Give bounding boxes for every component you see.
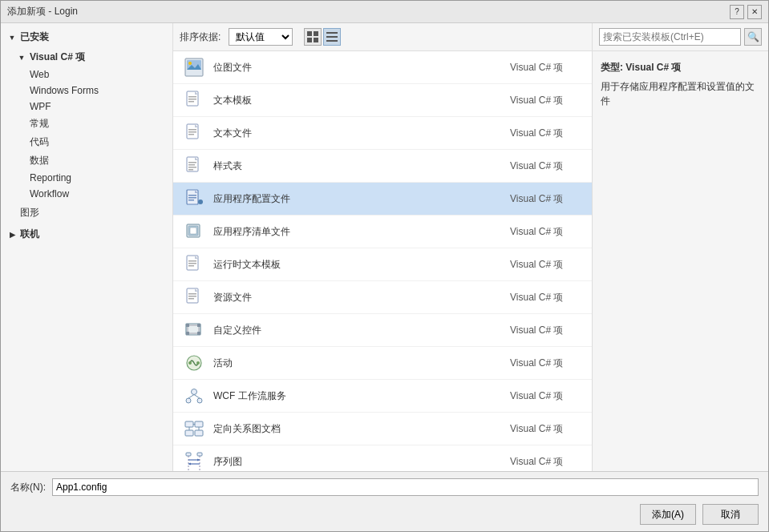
svg-rect-49	[197, 324, 200, 327]
file-icon-text-template	[183, 89, 205, 111]
file-item-app-config[interactable]: 应用程序配置文件 Visual C# 项	[173, 183, 592, 216]
sort-select[interactable]: 默认值 名称 类型 修改日期	[229, 28, 293, 46]
name-input[interactable]	[52, 478, 759, 496]
action-row: 添加(A) 取消	[10, 504, 759, 525]
file-type-entity-diagram: Visual C# 项	[510, 422, 582, 436]
file-icon-resource	[183, 286, 205, 308]
file-item-runtime-template[interactable]: 运行时文本模板 Visual C# 项	[173, 248, 592, 281]
visual-csharp-header[interactable]: ▼ Visual C# 项	[1, 48, 172, 66]
svg-rect-3	[314, 38, 318, 42]
file-item-stylesheet[interactable]: 样式表 Visual C# 项	[173, 150, 592, 183]
sidebar-item-wpf[interactable]: WPF	[1, 99, 172, 115]
svg-marker-72	[197, 459, 200, 461]
file-type-app-config: Visual C# 项	[510, 192, 582, 206]
installed-header[interactable]: ▼ 已安装	[1, 28, 172, 46]
file-type-wcf-service: Visual C# 项	[510, 389, 582, 403]
svg-rect-38	[188, 260, 196, 262]
svg-point-55	[192, 389, 197, 395]
file-item-sequence-diagram[interactable]: 序列图 Visual C# 项	[173, 445, 592, 471]
svg-rect-35	[190, 228, 196, 234]
file-item-entity-diagram[interactable]: 定向关系图文档 Visual C# 项	[173, 413, 592, 445]
svg-rect-43	[188, 293, 196, 295]
sidebar-item-data[interactable]: 数据	[1, 151, 172, 170]
svg-rect-45	[188, 298, 194, 300]
online-section: ▶ 联机	[1, 224, 172, 245]
svg-rect-62	[185, 430, 193, 436]
file-name-text-file: 文本文件	[213, 127, 510, 140]
online-label: 联机	[20, 228, 39, 241]
file-name-wcf-service: WCF 工作流服务	[213, 389, 510, 403]
file-item-app-manifest[interactable]: 应用程序清单文件 Visual C# 项	[173, 216, 592, 248]
file-item-text-template[interactable]: 文本模板 Visual C# 项	[173, 84, 592, 117]
svg-rect-20	[188, 134, 194, 135]
add-button[interactable]: 添加(A)	[640, 504, 696, 525]
sidebar-item-workflow[interactable]: Workflow	[1, 186, 172, 202]
name-label: 名称(N):	[10, 481, 46, 494]
svg-rect-13	[188, 96, 196, 98]
search-bar: 🔍	[593, 23, 768, 51]
svg-rect-18	[188, 129, 196, 131]
file-item-image[interactable]: 位图文件 Visual C# 项	[173, 51, 592, 84]
visual-csharp-section: ▼ Visual C# 项 Web Windows Forms WPF 常规 代…	[1, 46, 172, 204]
file-name-text-template: 文本模板	[213, 94, 510, 107]
svg-rect-19	[188, 131, 196, 133]
name-row: 名称(N):	[10, 478, 759, 496]
help-button[interactable]: ?	[730, 5, 744, 19]
toolbar: 排序依据: 默认值 名称 类型 修改日期	[173, 23, 592, 51]
svg-rect-31	[188, 200, 194, 201]
close-button[interactable]: ✕	[747, 5, 762, 19]
file-item-wcf-service[interactable]: WCF 工作流服务 Visual C# 项	[173, 380, 592, 413]
visual-csharp-label: Visual C# 项	[30, 50, 85, 64]
sidebar-item-graphics[interactable]: 图形	[1, 204, 172, 222]
file-name-app-config: 应用程序配置文件	[213, 192, 510, 206]
title-bar-buttons: ? ✕	[730, 5, 762, 19]
file-icon-image	[183, 56, 205, 79]
svg-rect-23	[188, 162, 196, 163]
search-input[interactable]	[599, 28, 741, 46]
grid-view-button[interactable]	[304, 28, 322, 46]
file-type-stylesheet: Visual C# 项	[510, 159, 582, 173]
file-icon-entity-diagram	[183, 417, 205, 440]
center-panel: 排序依据: 默认值 名称 类型 修改日期	[173, 23, 592, 471]
file-type-text-template: Visual C# 项	[510, 94, 582, 107]
title-bar: 添加新项 - Login ? ✕	[1, 1, 768, 23]
sidebar-item-web[interactable]: Web	[1, 66, 172, 83]
main-window: 添加新项 - Login ? ✕ ▼ 已安装 ▼ Visual C# 项 Web	[0, 0, 769, 532]
svg-rect-29	[188, 195, 196, 196]
svg-rect-5	[326, 36, 338, 38]
svg-rect-25	[188, 167, 196, 168]
file-name-runtime-template: 运行时文本模板	[213, 258, 510, 272]
file-item-text-file[interactable]: 文本文件 Visual C# 项	[173, 117, 592, 150]
svg-rect-1	[314, 31, 318, 36]
svg-rect-63	[195, 430, 203, 436]
svg-line-59	[194, 395, 200, 399]
file-name-app-manifest: 应用程序清单文件	[213, 225, 510, 239]
file-name-stylesheet: 样式表	[213, 159, 510, 173]
svg-rect-2	[307, 38, 312, 42]
sidebar-item-normal[interactable]: 常规	[1, 115, 172, 133]
file-item-custom-control[interactable]: 自定义控件 Visual C# 项	[173, 314, 592, 347]
sidebar: ▼ 已安装 ▼ Visual C# 项 Web Windows Forms WP…	[1, 23, 173, 471]
svg-rect-48	[186, 324, 189, 327]
svg-rect-60	[185, 421, 193, 427]
svg-rect-4	[326, 32, 338, 34]
file-name-custom-control: 自定义控件	[213, 324, 510, 337]
sidebar-item-winforms[interactable]: Windows Forms	[1, 83, 172, 99]
svg-rect-30	[188, 197, 196, 199]
sidebar-item-code[interactable]: 代码	[1, 133, 172, 151]
sidebar-item-reporting[interactable]: Reporting	[1, 170, 172, 186]
online-header[interactable]: ▶ 联机	[1, 225, 172, 244]
svg-point-54	[196, 361, 200, 365]
file-icon-wcf-service	[183, 385, 205, 407]
file-type-image: Visual C# 项	[510, 61, 582, 75]
file-item-activity[interactable]: 活动 Visual C# 项	[173, 347, 592, 380]
svg-rect-32	[198, 200, 203, 204]
view-buttons	[304, 28, 341, 46]
cancel-button[interactable]: 取消	[702, 504, 759, 525]
file-item-resource[interactable]: 资源文件 Visual C# 项	[173, 281, 592, 314]
online-arrow: ▶	[7, 230, 17, 240]
installed-section: ▼ 已安装 ▼ Visual C# 项 Web Windows Forms WP…	[1, 26, 172, 224]
search-button[interactable]: 🔍	[744, 28, 762, 46]
svg-rect-14	[188, 99, 196, 100]
list-view-button[interactable]	[323, 28, 341, 46]
